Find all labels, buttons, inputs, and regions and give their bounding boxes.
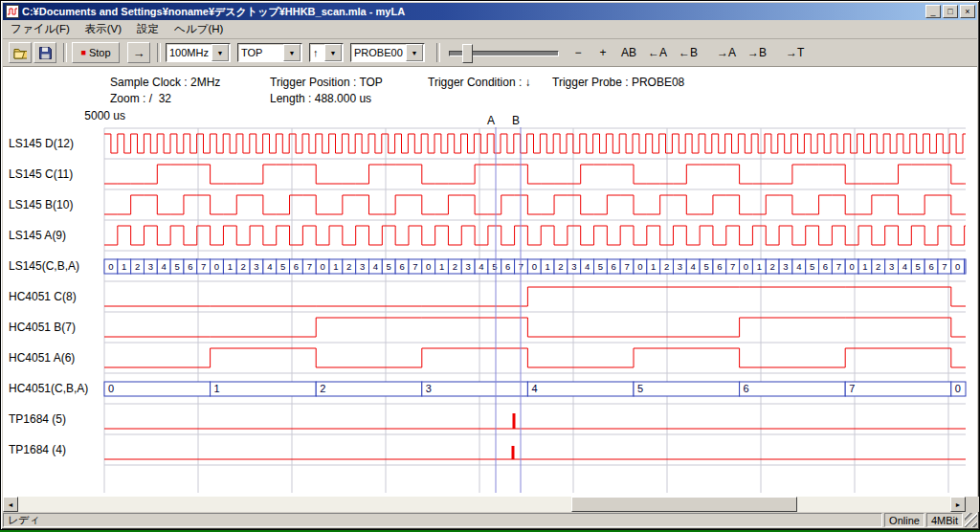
- ab-span-button[interactable]: AB: [616, 42, 641, 63]
- chevron-down-icon[interactable]: ▼: [324, 44, 342, 61]
- toolbar-separator: [157, 43, 161, 62]
- menu-bar: ファイル(F) 表示(V) 設定 ヘルプ(H): [3, 20, 977, 39]
- folder-open-icon: [13, 46, 27, 59]
- scroll-left-button[interactable]: ◄: [3, 497, 18, 512]
- trigger-position-value: TOP: [238, 47, 283, 58]
- trigger-edge-value: ↑: [310, 47, 324, 58]
- title-bar: C:¥Documents and Settings¥noname¥デスクトップ¥…: [3, 3, 977, 20]
- sample-clock-value: 100MHz: [167, 47, 212, 58]
- resize-grip[interactable]: [965, 513, 977, 527]
- goto-trigger-button[interactable]: →T: [781, 42, 809, 63]
- menu-help[interactable]: ヘルプ(H): [167, 20, 231, 38]
- scroll-left-icon: ◄: [8, 501, 14, 508]
- scrollbar-track[interactable]: [18, 497, 950, 512]
- scrollbar-thumb[interactable]: [571, 497, 797, 512]
- trigger-probe-value: PROBE00: [351, 47, 406, 58]
- menu-view[interactable]: 表示(V): [78, 20, 129, 38]
- open-button[interactable]: [9, 42, 32, 63]
- maximize-icon: □: [947, 7, 952, 16]
- goto-cursor-b-back-button[interactable]: ←B: [674, 42, 702, 63]
- toolbar-separator: [436, 43, 440, 62]
- minimize-icon: _: [930, 7, 935, 16]
- close-button[interactable]: ×: [960, 5, 975, 18]
- trigger-position-info: Trigger Position : TOP: [270, 76, 383, 89]
- goto-cursor-a-fwd-button[interactable]: →A: [712, 42, 741, 63]
- floppy-icon: [38, 46, 52, 60]
- trigger-probe-info: Trigger Probe : PROBE08: [552, 76, 684, 89]
- stop-button[interactable]: ■ Stop: [72, 42, 120, 63]
- trigger-position-select[interactable]: TOP ▼: [237, 43, 302, 62]
- stop-icon: ■: [80, 48, 85, 57]
- length-info: Length : 488.000 us: [270, 92, 371, 105]
- status-memory-badge: 4MBit: [926, 513, 963, 527]
- zoom-out-button[interactable]: −: [567, 42, 590, 63]
- scroll-right-button[interactable]: ►: [950, 497, 966, 512]
- stop-label: Stop: [89, 47, 111, 58]
- sample-clock-info: Sample Clock : 2MHz: [110, 76, 220, 89]
- trigger-condition-info: Trigger Condition : ↓: [428, 76, 531, 89]
- save-button[interactable]: [33, 42, 56, 63]
- zoom-in-button[interactable]: +: [591, 42, 614, 63]
- zoom-slider-thumb[interactable]: [462, 44, 473, 63]
- status-bar: レディ Online 4MBit: [3, 512, 977, 527]
- waveform-client: Sample Clock : 2MHz Trigger Position : T…: [3, 67, 977, 514]
- app-window: C:¥Documents and Settings¥noname¥デスクトップ¥…: [0, 0, 980, 530]
- scroll-right-icon: ►: [955, 501, 962, 508]
- run-button[interactable]: →: [127, 42, 150, 63]
- zoom-info: Zoom : / 32: [110, 92, 171, 105]
- chevron-down-icon[interactable]: ▼: [212, 44, 229, 61]
- app-icon: [6, 5, 19, 18]
- goto-cursor-b-fwd-button[interactable]: →B: [743, 42, 771, 63]
- menu-file[interactable]: ファイル(F): [3, 20, 78, 38]
- trigger-edge-select[interactable]: ↑ ▼: [309, 43, 344, 62]
- trigger-probe-select[interactable]: PROBE00 ▼: [350, 43, 425, 62]
- maximize-button[interactable]: □: [943, 5, 958, 18]
- window-title: C:¥Documents and Settings¥noname¥デスクトップ¥…: [22, 5, 922, 19]
- scrollbar-corner: [966, 497, 979, 512]
- status-online-badge: Online: [884, 513, 924, 527]
- run-arrow-icon: →: [133, 46, 145, 60]
- toolbar: ■ Stop → 100MHz ▼ TOP ▼ ↑ ▼ PROBE00 ▼ − …: [3, 39, 977, 67]
- toolbar-separator: [63, 43, 67, 62]
- horizontal-scrollbar[interactable]: ◄ ►: [3, 497, 966, 512]
- window-buttons: _ □ ×: [925, 5, 975, 18]
- status-message: レディ: [3, 513, 882, 527]
- zoom-slider[interactable]: [449, 42, 559, 63]
- goto-cursor-a-back-button[interactable]: ←A: [643, 42, 672, 63]
- menu-settings[interactable]: 設定: [129, 20, 167, 38]
- close-icon: ×: [965, 7, 969, 16]
- chevron-down-icon[interactable]: ▼: [406, 44, 423, 61]
- sample-clock-select[interactable]: 100MHz ▼: [166, 43, 231, 62]
- chevron-down-icon[interactable]: ▼: [283, 44, 301, 61]
- minimize-button[interactable]: _: [925, 5, 941, 18]
